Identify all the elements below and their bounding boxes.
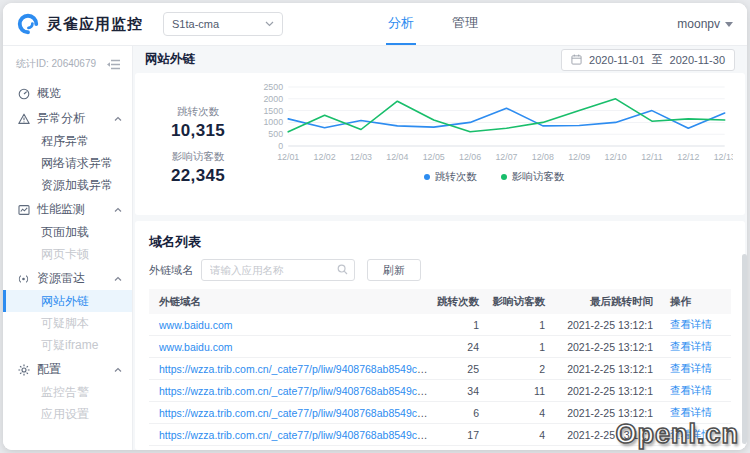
date-end: 2020-11-30 <box>670 54 725 66</box>
stat-jump-count: 跳转次数10,315 <box>141 105 255 141</box>
view-details-link[interactable]: 查看详情 <box>670 428 712 440</box>
sidebar-item-suspicious-iframe: 可疑iframe <box>3 334 132 356</box>
jump-count-cell: 17 <box>430 424 480 446</box>
line-chart: 2500200015001000500012/0112/0212/0312/04… <box>255 82 733 208</box>
user-menu[interactable]: moonpv <box>677 17 733 31</box>
last-jump-time-cell: 2021-2-25 13:12:1 <box>546 336 654 358</box>
domain-link[interactable]: https://wzza.trib.com.cn/_cate77/p/liw/9… <box>159 363 430 375</box>
view-details-link[interactable]: 查看详情 <box>670 450 712 451</box>
sidebar-item-page-lag: 网页卡顿 <box>3 243 132 265</box>
scrollbar[interactable] <box>742 254 747 444</box>
jump-count-cell: 25 <box>430 358 480 380</box>
column-header: 跳转次数 <box>430 289 480 314</box>
sidebar-item-label: 概览 <box>37 85 61 102</box>
sidebar-item-network-request-exception[interactable]: 网络请求异常 <box>3 152 132 174</box>
domain-list-card: 域名列表 外链域名 刷新 外链域名跳转次数影响访客数最后跳转时间操作 www.b… <box>135 221 745 450</box>
svg-text:1500: 1500 <box>263 106 283 116</box>
sidebar: 统计ID: 20640679 概览异常分析程序异常网络请求异常资源加载异常性能监… <box>3 46 133 450</box>
sidebar-item-suspicious-script: 可疑脚本 <box>3 312 132 334</box>
app-window: 灵雀应用监控 S1ta-cma 分析管理 moonpv 统计ID: 206406… <box>3 3 747 450</box>
stat-label: 跳转次数 <box>141 105 255 119</box>
domain-link[interactable]: https://wzza.trib.com.cn/_cate77/p/liw/9… <box>159 407 430 419</box>
table-row: www.baidu.com2412021-2-25 13:12:1查看详情 <box>149 336 731 358</box>
app-selector-value: S1ta-cma <box>172 18 219 30</box>
sidebar-item-config[interactable]: 配置 <box>3 358 132 381</box>
svg-text:12/11: 12/11 <box>641 152 663 162</box>
app-logo-icon <box>17 13 39 35</box>
svg-text:2500: 2500 <box>263 82 283 92</box>
visitor-count-cell: 1 <box>480 314 546 336</box>
view-details-link[interactable]: 查看详情 <box>670 384 712 396</box>
svg-text:12/01: 12/01 <box>277 152 299 162</box>
svg-text:500: 500 <box>268 129 283 139</box>
sidebar-item-exception-analysis[interactable]: 异常分析 <box>3 107 132 130</box>
domain-link[interactable]: https://wzza.trib.com.cn/_cate77/p/liw/9… <box>159 429 430 441</box>
sub-header: 网站外链 2020-11-01 至 2020-11-30 <box>135 46 745 73</box>
domain-link[interactable]: www.baidu.com <box>159 319 233 331</box>
refresh-button[interactable]: 刷新 <box>367 259 421 281</box>
sidebar-item-program-exception[interactable]: 程序异常 <box>3 130 132 152</box>
domain-list-title: 域名列表 <box>149 233 731 251</box>
svg-text:12/13: 12/13 <box>714 152 733 162</box>
sidebar-item-site-external-link[interactable]: 网站外链 <box>3 290 132 312</box>
app-title: 灵雀应用监控 <box>47 15 143 34</box>
sidebar-item-resource-radar[interactable]: 资源雷达 <box>3 267 132 290</box>
domain-table: 外链域名跳转次数影响访客数最后跳转时间操作 www.baidu.com11202… <box>149 289 731 450</box>
view-details-link[interactable]: 查看详情 <box>670 406 712 418</box>
last-jump-time-cell: 2021-2-25 13:12:1 <box>546 314 654 336</box>
table-row: https://wzza.trib.com.cn/_cate77/p/liw/9… <box>149 446 731 451</box>
stat-visitor-count: 影响访客数22,345 <box>141 150 255 186</box>
jump-count-cell: 56 <box>430 446 480 451</box>
date-start: 2020-11-01 <box>589 54 644 66</box>
username: moonpv <box>677 17 720 31</box>
sidebar-item-resource-load-exception[interactable]: 资源加载异常 <box>3 174 132 196</box>
performance-icon <box>17 204 30 216</box>
line-chart-plot: 2500200015001000500012/0112/0212/0312/04… <box>255 82 733 168</box>
table-row: https://wzza.trib.com.cn/_cate77/p/liw/9… <box>149 402 731 424</box>
table-row: https://wzza.trib.com.cn/_cate77/p/liw/9… <box>149 380 731 402</box>
stat-id: 统计ID: 20640679 <box>16 57 96 71</box>
last-jump-time-cell: 2021-2-25 13:12:1 <box>546 380 654 402</box>
sidebar-item-page-load[interactable]: 页面加载 <box>3 221 132 243</box>
visitor-count-cell: 4 <box>480 424 546 446</box>
dashboard-icon <box>17 88 30 100</box>
column-header: 操作 <box>654 289 731 314</box>
visitor-count-cell: 4 <box>480 402 546 424</box>
column-header: 影响访客数 <box>480 289 546 314</box>
chevron-up-icon <box>114 207 122 213</box>
app-selector[interactable]: S1ta-cma <box>163 12 283 36</box>
tab-analysis[interactable]: 分析 <box>386 3 416 45</box>
last-jump-time-cell: 2021-2-25 13:12:1 <box>546 446 654 451</box>
sidebar-item-label: 资源雷达 <box>37 270 85 287</box>
calendar-icon <box>571 54 582 65</box>
legend-item: 跳转次数 <box>424 170 477 184</box>
tab-management[interactable]: 管理 <box>450 3 480 45</box>
legend-label: 影响访客数 <box>512 170 565 184</box>
view-details-link[interactable]: 查看详情 <box>670 340 712 352</box>
app-header: 灵雀应用监控 S1ta-cma 分析管理 moonpv <box>3 3 747 46</box>
menu-fold-icon[interactable] <box>107 59 120 70</box>
domain-filter-input[interactable] <box>201 259 355 281</box>
column-header: 最后跳转时间 <box>546 289 654 314</box>
domain-link[interactable]: https://wzza.trib.com.cn/_cate77/p/liw/9… <box>159 385 430 397</box>
date-range-picker[interactable]: 2020-11-01 至 2020-11-30 <box>561 49 735 71</box>
sidebar-item-performance-monitor[interactable]: 性能监测 <box>3 198 132 221</box>
domain-link[interactable]: www.baidu.com <box>159 341 233 353</box>
main-content: 网站外链 2020-11-01 至 2020-11-30 跳转次数10,315影… <box>133 46 747 450</box>
chevron-down-icon <box>265 21 274 27</box>
sidebar-item-overview[interactable]: 概览 <box>3 82 132 105</box>
view-details-link[interactable]: 查看详情 <box>670 318 712 330</box>
svg-text:12/02: 12/02 <box>314 152 336 162</box>
legend-label: 跳转次数 <box>435 170 477 184</box>
sidebar-item-label: 异常分析 <box>37 110 85 127</box>
jump-count-cell: 34 <box>430 380 480 402</box>
svg-text:12/04: 12/04 <box>386 152 408 162</box>
svg-text:12/12: 12/12 <box>677 152 699 162</box>
table-row: https://wzza.trib.com.cn/_cate77/p/liw/9… <box>149 358 731 380</box>
table-header-row: 外链域名跳转次数影响访客数最后跳转时间操作 <box>149 289 731 314</box>
chevron-down-icon <box>725 22 733 27</box>
view-details-link[interactable]: 查看详情 <box>670 362 712 374</box>
gear-icon <box>17 364 30 376</box>
last-jump-time-cell: 2021-2-25 13:12:1 <box>546 358 654 380</box>
sidebar-item-monitor-alert: 监控告警 <box>3 381 132 403</box>
